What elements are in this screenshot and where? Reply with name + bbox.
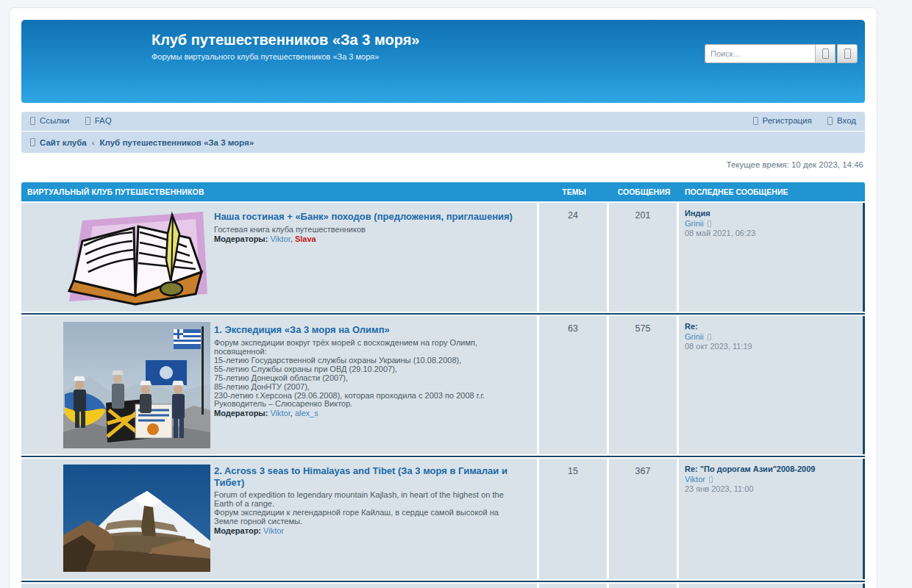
main-navbar: Ссылки FAQ Регистрация Вход	[21, 112, 865, 131]
forum-description: Forum of expedition to legendary mountai…	[214, 490, 524, 526]
forum-description-line: 15-летию Государственной службы охраны У…	[214, 356, 524, 365]
nav-login-label: Вход	[837, 116, 856, 125]
links-icon	[30, 117, 35, 125]
breadcrumb-bar: Сайт клуба ‹ Клуб путешественников «За 3…	[21, 132, 865, 153]
nav-register-link[interactable]: Регистрация	[753, 116, 812, 125]
moderator-link[interactable]: Viktor	[270, 409, 290, 417]
goto-last-post-icon[interactable]	[708, 334, 711, 340]
forum-description-line: Форум экспедиции к легендарной горе Кайл…	[214, 508, 524, 526]
last-post-date: 08 окт 2023, 11:19	[685, 342, 858, 352]
forum-cell: Наша гостиная + «Банк» походов (предложе…	[21, 203, 537, 312]
moderator-link[interactable]: Viktor	[263, 526, 284, 535]
last-post-author-line: Grinii	[685, 219, 858, 229]
goto-last-post-icon[interactable]	[708, 220, 711, 227]
moderators-label: Модератор:	[214, 526, 261, 535]
forum-cell: 3. За 3 моря на Край Света (Across 3 sea…	[21, 584, 537, 588]
forum-cell: 1. Экспедиция «За 3 моря на Олимп» Форум…	[21, 316, 537, 454]
forum-cell: 2. Across 3 seas to Himalayas and Tibet …	[21, 459, 537, 579]
forum-description-line: Forum of expedition to legendary mountai…	[214, 490, 524, 508]
last-post-author-link[interactable]: Viktor	[685, 475, 705, 484]
forum-title-link[interactable]: 2. Across 3 seas to Himalayas and Tibet …	[214, 465, 524, 488]
site-title: Клуб путешественников «За 3 моря»	[152, 32, 419, 49]
last-post-author-link[interactable]: Grinii	[685, 332, 704, 341]
breadcrumb-separator: ‹	[92, 138, 95, 147]
forum-thumbnail	[27, 465, 214, 573]
forum-moderators: Модераторы: Viktor, Slava	[214, 234, 524, 244]
forum-row: 3. За 3 моря на Край Света (Across 3 sea…	[21, 584, 865, 588]
forum-table-header: ВИРТУАЛЬНЫЙ КЛУБ ПУТЕШЕСТВЕННИКОВ ТЕМЫ С…	[21, 182, 865, 201]
last-post-cell: Re: С 2011 - открываем сезоны... Viktor	[677, 584, 863, 588]
row-separator	[21, 454, 865, 459]
search-icon	[822, 49, 829, 59]
forum-description-line: Руководитель – Слюсаренко Виктор.	[214, 399, 524, 408]
navbar-left: Ссылки FAQ	[30, 116, 125, 126]
forum-description-line: Гостевая книга клуба путешественников	[214, 225, 524, 234]
moderator-link[interactable]: Viktor	[270, 234, 290, 243]
site-header: Клуб путешественников «За 3 моря» Форумы…	[21, 20, 865, 103]
page-background: { "header": { "title": "Клуб путешествен…	[0, 0, 912, 588]
goto-last-post-icon[interactable]	[709, 476, 713, 483]
topics-count: 33	[537, 584, 607, 588]
posts-count: 201	[607, 203, 677, 312]
navbar-right: Регистрация Вход	[753, 116, 856, 126]
forum-description-line: 230-летию г.Херсона (29.06.2008), котора…	[214, 391, 524, 400]
forum-row: Наша гостиная + «Банк» походов (предложе…	[21, 203, 865, 312]
last-post-subject-link[interactable]: Re:	[685, 322, 858, 331]
register-icon	[753, 117, 758, 125]
forum-description: Гостевая книга клуба путешественников	[214, 225, 524, 234]
moderators-label: Модераторы:	[214, 234, 268, 243]
forum-title-link[interactable]: 1. Экспедиция «За 3 моря на Олимп»	[214, 324, 390, 336]
forum-page-card: Клуб путешественников «За 3 моря» Форумы…	[9, 7, 877, 588]
home-icon	[30, 138, 35, 146]
posts-count: 367	[607, 459, 677, 579]
forum-row: 1. Экспедиция «За 3 моря на Олимп» Форум…	[21, 316, 865, 454]
column-header-topics: ТЕМЫ	[539, 187, 609, 196]
last-post-date: 23 янв 2023, 11:00	[685, 484, 858, 495]
nav-faq-label: FAQ	[95, 116, 112, 125]
forum-thumbnail	[27, 209, 214, 306]
moderator-link[interactable]: Slava	[295, 234, 316, 243]
current-time: Текущее время: 10 дек 2023, 14:46	[21, 160, 863, 169]
last-post-cell: Re: "По дорогам Азии"2008-2009 Viktor 23…	[677, 459, 863, 579]
last-post-cell: Re: Grinii 08 окт 2023, 11:19	[677, 316, 863, 454]
faq-icon	[85, 117, 90, 125]
posts-count: 667	[607, 584, 677, 588]
column-header-last-post: ПОСЛЕДНЕЕ СООБЩЕНИЕ	[679, 187, 865, 196]
column-header-posts: СООБЩЕНИЯ	[609, 187, 679, 196]
search-button[interactable]	[815, 44, 836, 63]
forum-description-line: 75-летию Донецкой области (2007),	[214, 373, 524, 382]
search-box	[705, 44, 858, 63]
forum-title-link[interactable]: Наша гостиная + «Банк» походов (предложе…	[214, 211, 513, 223]
forum-info: 2. Across 3 seas to Himalayas and Tibet …	[214, 465, 531, 573]
last-post-author-line: Grinii	[685, 332, 858, 343]
nav-register-label: Регистрация	[763, 116, 812, 125]
moderator-link[interactable]: alex_s	[295, 409, 318, 417]
topics-count: 15	[537, 459, 607, 579]
forum-table: ВИРТУАЛЬНЫЙ КЛУБ ПУТЕШЕСТВЕННИКОВ ТЕМЫ С…	[21, 182, 865, 588]
forum-info: 1. Экспедиция «За 3 моря на Олимп» Форум…	[214, 322, 531, 448]
moderators-label: Модераторы:	[214, 409, 268, 417]
forum-description-line: 55-летию Службы охраны при ОВД (29.10.20…	[214, 365, 524, 373]
topics-count: 63	[537, 316, 607, 454]
nav-faq-link[interactable]: FAQ	[85, 116, 112, 125]
nav-links-link[interactable]: Ссылки	[30, 116, 70, 125]
breadcrumb-site-link[interactable]: Сайт клуба	[30, 138, 87, 147]
search-input[interactable]	[705, 44, 815, 63]
last-post-author-link[interactable]: Grinii	[685, 219, 704, 228]
last-post-author-line: Viktor	[685, 475, 858, 485]
breadcrumb-forum-link[interactable]: Клуб путешественников «За 3 моря»	[100, 138, 254, 147]
site-titles: Клуб путешественников «За 3 моря» Форумы…	[152, 32, 419, 61]
nav-login-link[interactable]: Вход	[827, 116, 856, 125]
forum-row: 2. Across 3 seas to Himalayas and Tibet …	[21, 459, 865, 579]
forum-moderators: Модераторы: Viktor, alex_s	[214, 409, 524, 418]
posts-count: 575	[607, 316, 677, 454]
forum-description-line: 85-летию ДонНТУ (2007),	[214, 382, 524, 391]
advanced-search-button[interactable]	[837, 44, 858, 63]
forum-description: Форум экспедиции вокруг трёх морей с вос…	[214, 338, 524, 409]
last-post-cell: Индия Grinii 08 май 2021, 06:23	[677, 203, 863, 312]
forum-thumbnail	[27, 322, 214, 448]
breadcrumb-site-label: Сайт клуба	[40, 138, 87, 147]
forum-moderators: Модератор: Viktor	[214, 526, 524, 536]
last-post-subject-link[interactable]: Индия	[685, 209, 858, 218]
last-post-subject-link[interactable]: Re: "По дорогам Азии"2008-2009	[685, 465, 858, 474]
